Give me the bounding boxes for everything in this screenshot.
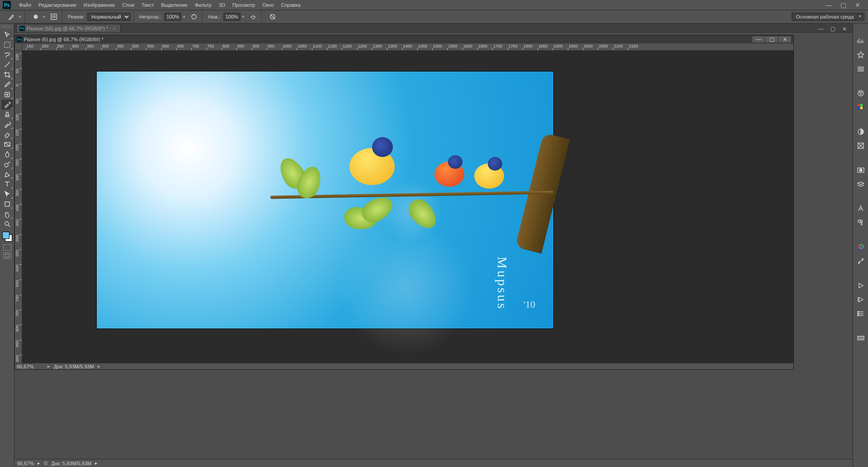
chevron-right-icon[interactable]: ▸ bbox=[95, 460, 98, 466]
menu-layers[interactable]: Слои bbox=[118, 0, 138, 10]
color-swatches[interactable] bbox=[1, 231, 13, 243]
eyedropper-tool[interactable] bbox=[1, 80, 13, 90]
wand-tool[interactable] bbox=[1, 60, 13, 70]
zoom-readout[interactable]: 66,67% bbox=[17, 461, 34, 466]
workspace-selector[interactable]: Основная рабочая среда bbox=[792, 13, 864, 21]
menu-edit[interactable]: Редактирование bbox=[35, 0, 80, 10]
hand-tool[interactable] bbox=[1, 209, 13, 219]
menu-image[interactable]: Изображение bbox=[80, 0, 118, 10]
history-brush-tool[interactable] bbox=[1, 119, 13, 129]
styles-panel-icon[interactable] bbox=[855, 140, 867, 151]
ruler-origin[interactable] bbox=[15, 43, 22, 51]
brush-preset-icon[interactable] bbox=[30, 12, 41, 22]
chevron-right-icon[interactable]: ▸ bbox=[38, 460, 40, 466]
group-minimize-button[interactable]: — bbox=[817, 26, 825, 32]
flow-input[interactable] bbox=[223, 13, 241, 21]
close-icon[interactable]: × bbox=[113, 26, 115, 31]
crop-tool[interactable] bbox=[1, 70, 13, 80]
svg-rect-28 bbox=[858, 313, 859, 314]
tool-preset-icon[interactable] bbox=[6, 12, 17, 22]
document-canvas[interactable]: Mupsus '10 bbox=[97, 71, 553, 329]
svg-point-0 bbox=[34, 15, 38, 19]
chevron-down-icon[interactable]: ▼ bbox=[241, 15, 245, 19]
doc-maximize-button[interactable]: ▢ bbox=[765, 36, 778, 43]
svg-rect-27 bbox=[858, 311, 859, 312]
navigator-panel-icon[interactable] bbox=[855, 49, 867, 60]
info-panel-icon[interactable] bbox=[855, 63, 867, 74]
menu-select[interactable]: Выделение bbox=[158, 0, 191, 10]
app-maximize-button[interactable]: ▢ bbox=[839, 1, 847, 9]
paragraph-panel-icon[interactable] bbox=[855, 217, 867, 228]
lasso-tool[interactable] bbox=[1, 50, 13, 60]
layers-panel-icon[interactable] bbox=[855, 179, 867, 190]
quickmask-toggle[interactable] bbox=[3, 244, 11, 251]
actions-panel-icon[interactable] bbox=[855, 280, 867, 291]
adjustments-panel-icon[interactable] bbox=[855, 126, 867, 137]
dodge-tool[interactable] bbox=[1, 159, 13, 169]
eraser-tool[interactable] bbox=[1, 129, 13, 139]
chevron-right-icon[interactable]: ▸ bbox=[98, 363, 100, 369]
tab-title: Разное (58).jpg @ 66,7% (RGB/8*) * bbox=[27, 26, 108, 31]
group-close-button[interactable]: ✕ bbox=[841, 26, 848, 32]
brush-tool[interactable] bbox=[1, 100, 13, 110]
photoshop-file-icon: Ps bbox=[17, 37, 22, 42]
screenmode-toggle[interactable] bbox=[3, 253, 11, 259]
opacity-input[interactable] bbox=[164, 13, 181, 21]
document-status-bar: 66,67% ▸ Док: 5,93M/5,93M ▸ bbox=[15, 363, 793, 369]
heal-tool[interactable] bbox=[1, 90, 13, 100]
menu-text[interactable]: Текст bbox=[138, 0, 158, 10]
pressure-opacity-icon[interactable] bbox=[189, 12, 199, 22]
stamp-tool[interactable] bbox=[1, 110, 13, 119]
app-minimize-button[interactable]: — bbox=[825, 1, 833, 9]
timeline-panel-icon[interactable] bbox=[855, 333, 867, 343]
document-tab-bg[interactable]: Ps Разное (58).jpg @ 66,7% (RGB/8*) * × bbox=[16, 24, 121, 32]
menu-3d[interactable]: 3D bbox=[215, 0, 229, 10]
vertical-ruler[interactable]: 1005005010015020025030035040045050055060… bbox=[15, 51, 22, 363]
character-panel-icon[interactable] bbox=[855, 203, 867, 214]
gradient-tool[interactable] bbox=[1, 139, 13, 149]
mask-panel-icon[interactable] bbox=[855, 165, 867, 176]
paths-panel-icon[interactable] bbox=[855, 256, 867, 267]
foreground-color-swatch[interactable] bbox=[2, 232, 9, 239]
chevron-right-icon[interactable]: ▸ bbox=[47, 363, 50, 369]
menu-help[interactable]: Справка bbox=[278, 0, 304, 10]
history-panel-icon[interactable] bbox=[855, 294, 867, 305]
zoom-tool[interactable] bbox=[1, 219, 13, 229]
type-tool[interactable] bbox=[1, 179, 13, 189]
menu-bar: Ps Файл Редактирование Изображение Слои … bbox=[0, 0, 868, 10]
chevron-down-icon[interactable]: ▼ bbox=[182, 15, 186, 19]
shape-tool[interactable] bbox=[1, 199, 13, 209]
chevron-down-icon[interactable]: ▼ bbox=[18, 15, 22, 19]
menu-window[interactable]: Окно bbox=[259, 0, 278, 10]
app-close-button[interactable]: ✕ bbox=[854, 1, 862, 9]
blend-mode-select[interactable]: Нормальный bbox=[87, 13, 131, 21]
color-panel-icon[interactable] bbox=[855, 88, 867, 99]
chevron-down-icon[interactable]: ▼ bbox=[42, 15, 46, 19]
airbrush-icon[interactable] bbox=[248, 12, 259, 22]
svg-point-21 bbox=[859, 169, 862, 172]
properties-panel-icon[interactable] bbox=[855, 308, 867, 319]
path-select-tool[interactable] bbox=[1, 189, 13, 199]
doc-close-button[interactable]: ✕ bbox=[778, 36, 792, 43]
swatches-panel-icon[interactable] bbox=[855, 102, 867, 113]
document-titlebar[interactable]: Ps Разное (6).jpg @ 66,7% (RGB/8#) * — ▢… bbox=[15, 35, 793, 43]
channels-panel-icon[interactable] bbox=[855, 242, 867, 253]
menu-file[interactable]: Файл bbox=[15, 0, 35, 10]
menu-view[interactable]: Просмотр bbox=[229, 0, 259, 10]
doc-minimize-button[interactable]: — bbox=[752, 36, 765, 43]
doc-size-readout: Док: 5,93M/5,93M bbox=[51, 461, 91, 466]
menu-filter[interactable]: Фильтр bbox=[191, 0, 215, 10]
pen-tool[interactable] bbox=[1, 169, 13, 179]
marquee-tool[interactable] bbox=[1, 40, 13, 50]
brush-panel-toggle-icon[interactable] bbox=[48, 12, 59, 22]
canvas-year: '10 bbox=[524, 299, 535, 310]
group-maximize-button[interactable]: ▢ bbox=[829, 26, 836, 32]
move-tool[interactable] bbox=[1, 30, 13, 40]
panel-grip[interactable] bbox=[1, 25, 13, 28]
pressure-size-icon[interactable] bbox=[267, 12, 278, 22]
blur-tool[interactable] bbox=[1, 149, 13, 159]
histogram-panel-icon[interactable] bbox=[855, 35, 867, 46]
canvas-viewport[interactable]: Mupsus '10 bbox=[22, 51, 793, 363]
horizontal-ruler[interactable]: 1502002503003504004505005506006507007508… bbox=[22, 43, 793, 51]
zoom-readout[interactable]: 66,67% bbox=[17, 364, 44, 369]
